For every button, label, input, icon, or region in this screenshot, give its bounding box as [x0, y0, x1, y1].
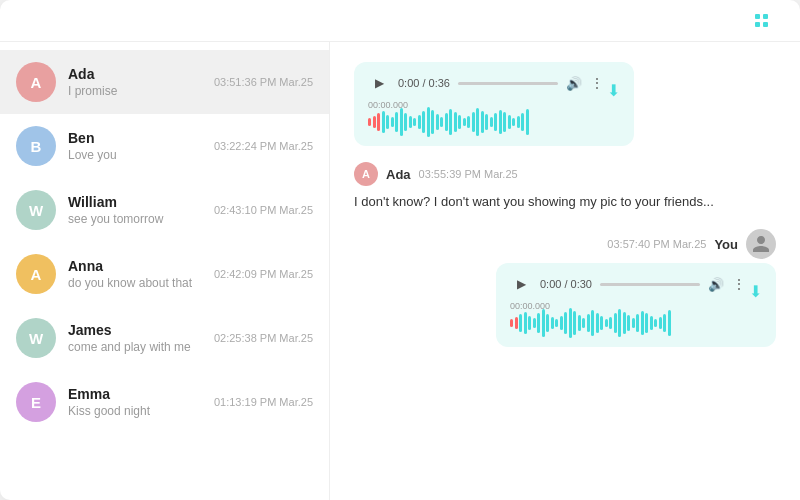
waveform-timestamp: 00:00.000: [368, 100, 408, 110]
titlebar-actions: [755, 14, 780, 27]
waveform-timestamp-out: 00:00.000: [510, 301, 550, 311]
chat-item-anna[interactable]: A Anna do you know about that 02:42:09 P…: [0, 242, 329, 306]
progress-bar-out[interactable]: [600, 283, 700, 286]
audio-bubble-incoming: ▶ 0:00 / 0:36 🔊 ⋮ ⬇ 00:00.000: [354, 62, 634, 146]
chat-info-anna: Anna do you know about that: [68, 258, 202, 290]
waveform-bar: [587, 314, 590, 332]
download-icon[interactable]: ⬇: [607, 81, 620, 100]
waveform-bar: [600, 316, 603, 330]
app-window: A Ada I promise 03:51:36 PM Mar.25 B Ben…: [0, 0, 800, 500]
avatar-emma: E: [16, 382, 56, 422]
chat-item-ben[interactable]: B Ben Love you 03:22:24 PM Mar.25: [0, 114, 329, 178]
download-icon-out[interactable]: ⬇: [749, 282, 762, 301]
more-icon[interactable]: ⋮: [590, 75, 604, 91]
waveform-bar: [614, 313, 617, 333]
waveform-bar: [510, 319, 513, 327]
waveform-bar: [650, 316, 653, 330]
chat-info-james: James come and play with me: [68, 322, 202, 354]
waveform-bar: [526, 109, 529, 135]
chat-time-james: 02:25:38 PM Mar.25: [214, 332, 313, 344]
waveform-bar: [449, 109, 452, 135]
titlebar: [0, 0, 800, 42]
waveform-bar: [515, 317, 518, 329]
chat-time-william: 02:43:10 PM Mar.25: [214, 204, 313, 216]
waveform-bar: [551, 317, 554, 329]
volume-icon-out[interactable]: 🔊: [708, 277, 724, 292]
waveform-bar: [569, 308, 572, 338]
waveform-bar: [377, 113, 380, 131]
waveform-bar: [467, 116, 470, 128]
waveform-bar: [519, 314, 522, 332]
waveform-bar: [645, 313, 648, 333]
waveform-bar: [373, 116, 376, 128]
waveform-bar: [395, 112, 398, 132]
waveform-bar: [524, 312, 527, 334]
sender-time: 03:55:39 PM Mar.25: [419, 168, 518, 180]
chat-time-anna: 02:42:09 PM Mar.25: [214, 268, 313, 280]
play-button-out[interactable]: ▶: [510, 273, 532, 295]
waveform-bar: [463, 118, 466, 126]
audio-controls-out: ▶ 0:00 / 0:30 🔊 ⋮: [510, 273, 746, 295]
chat-name-ben: Ben: [68, 130, 202, 146]
waveform-bar: [400, 108, 403, 136]
waveform-bar: [458, 115, 461, 129]
message-row-msg1: ▶ 0:00 / 0:36 🔊 ⋮ ⬇ 00:00.000: [354, 62, 776, 146]
waveform-bar: [618, 309, 621, 337]
waveform-bar: [609, 317, 612, 329]
waveform-bar: [503, 112, 506, 132]
chat-preview-anna: do you know about that: [68, 276, 202, 290]
chat-info-emma: Emma Kiss good night: [68, 386, 202, 418]
chat-item-emma[interactable]: E Emma Kiss good night 01:13:19 PM Mar.2…: [0, 370, 329, 434]
waveform-bar: [427, 107, 430, 137]
avatar-james: W: [16, 318, 56, 358]
waveform-bar: [476, 108, 479, 136]
avatar-william: W: [16, 190, 56, 230]
outgoing-meta: 03:57:40 PM Mar.25 You: [607, 229, 776, 259]
chat-item-james[interactable]: W James come and play with me 02:25:38 P…: [0, 306, 329, 370]
play-button[interactable]: ▶: [368, 72, 390, 94]
waveform-bar: [632, 318, 635, 328]
message-row-msg3: 03:57:40 PM Mar.25 You ▶ 0:00 / 0:30: [354, 229, 776, 347]
user-avatar: [746, 229, 776, 259]
chat-window: ▶ 0:00 / 0:36 🔊 ⋮ ⬇ 00:00.000: [330, 42, 800, 500]
more-icon-out[interactable]: ⋮: [732, 276, 746, 292]
chat-preview-ben: Love you: [68, 148, 202, 162]
waveform-bar: [623, 312, 626, 334]
chat-list: A Ada I promise 03:51:36 PM Mar.25 B Ben…: [0, 42, 330, 500]
main-content: A Ada I promise 03:51:36 PM Mar.25 B Ben…: [0, 42, 800, 500]
waveform-bar: [627, 315, 630, 331]
waveform-bar: [605, 319, 608, 327]
waveform-bar: [386, 115, 389, 129]
sender-info: A Ada 03:55:39 PM Mar.25: [354, 162, 518, 186]
volume-icon[interactable]: 🔊: [566, 76, 582, 91]
chat-info-ada: Ada I promise: [68, 66, 202, 98]
waveform-bar: [382, 111, 385, 133]
waveform-bar: [641, 311, 644, 335]
sender-name: Ada: [386, 167, 411, 182]
waveform-bar: [422, 111, 425, 133]
waveform-bar: [440, 117, 443, 127]
waveform-bar: [481, 111, 484, 133]
waveform-bar: [445, 113, 448, 131]
chat-name-emma: Emma: [68, 386, 202, 402]
waveform-bar: [668, 310, 671, 336]
waveform-bar: [573, 311, 576, 335]
outgoing-time: 03:57:40 PM Mar.25: [607, 238, 706, 250]
avatar-anna: A: [16, 254, 56, 294]
waveform-bar: [499, 110, 502, 134]
waveform-bar: [436, 114, 439, 130]
progress-bar[interactable]: [458, 82, 558, 85]
chat-item-ada[interactable]: A Ada I promise 03:51:36 PM Mar.25: [0, 50, 329, 114]
waveform-bar: [555, 319, 558, 327]
chat-name-james: James: [68, 322, 202, 338]
audio-time-out: 0:00 / 0:30: [540, 278, 592, 290]
audio-time: 0:00 / 0:36: [398, 77, 450, 89]
chat-preview-emma: Kiss good night: [68, 404, 202, 418]
chat-item-william[interactable]: W William see you tomorrow 02:43:10 PM M…: [0, 178, 329, 242]
chat-info-william: William see you tomorrow: [68, 194, 202, 226]
waveform-bar: [391, 117, 394, 127]
waveform-bars-out: [510, 308, 762, 338]
grid-icon[interactable]: [755, 14, 768, 27]
waveform-bar: [512, 118, 515, 126]
chat-time-ada: 03:51:36 PM Mar.25: [214, 76, 313, 88]
